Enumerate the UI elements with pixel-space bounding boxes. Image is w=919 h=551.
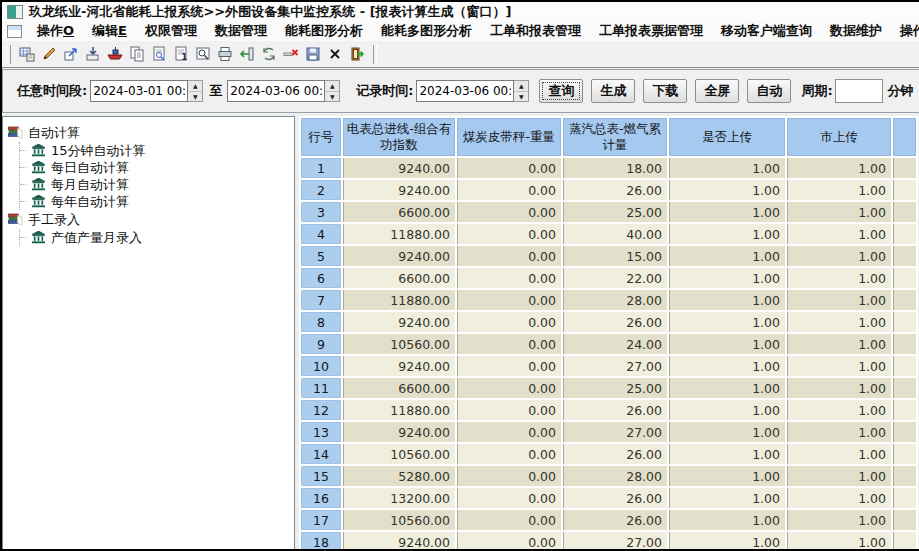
save-icon[interactable] bbox=[302, 43, 324, 65]
table-row[interactable]: 109240.000.0027.001.001.00 bbox=[301, 356, 916, 376]
value-cell[interactable]: 1.00 bbox=[669, 246, 785, 266]
tree-group-2[interactable]: 手工录入 bbox=[6, 210, 291, 229]
value-cell[interactable]: 1.00 bbox=[787, 378, 891, 398]
table-row[interactable]: 36600.000.0025.001.001.00 bbox=[301, 202, 916, 222]
value-cell[interactable]: 1.00 bbox=[787, 488, 891, 508]
row-number-cell[interactable]: 7 bbox=[301, 290, 341, 310]
value-cell[interactable]: 10560.00 bbox=[343, 334, 455, 354]
end-spinner[interactable]: ▲▼ bbox=[325, 80, 340, 102]
value-cell[interactable]: 9240.00 bbox=[343, 158, 455, 178]
zoom-document-icon[interactable] bbox=[192, 43, 214, 65]
menu-item-6[interactable]: 能耗多图形分析 bbox=[372, 21, 481, 41]
row-number-cell[interactable]: 13 bbox=[301, 422, 341, 442]
value-cell[interactable]: 26.00 bbox=[563, 180, 667, 200]
spin-up-icon[interactable]: ▲ bbox=[514, 81, 528, 92]
row-number-cell[interactable]: 3 bbox=[301, 202, 341, 222]
value-cell[interactable]: 1.00 bbox=[669, 466, 785, 486]
value-cell[interactable]: 1.00 bbox=[787, 246, 891, 266]
table-row[interactable]: 116600.000.0025.001.001.00 bbox=[301, 378, 916, 398]
value-cell[interactable]: 1.00 bbox=[787, 224, 891, 244]
value-cell[interactable]: 0.00 bbox=[457, 180, 561, 200]
back-icon[interactable] bbox=[236, 43, 258, 65]
value-cell[interactable]: 24.00 bbox=[563, 334, 667, 354]
value-cell[interactable]: 1.00 bbox=[669, 202, 785, 222]
value-cell[interactable]: 0.00 bbox=[457, 444, 561, 464]
tree-group-1[interactable]: 自动计算 bbox=[6, 123, 291, 142]
menu-item-5[interactable]: 能耗图形分析 bbox=[276, 21, 372, 41]
tree-item[interactable]: 每月自动计算 bbox=[20, 176, 291, 193]
value-cell[interactable]: 1.00 bbox=[669, 180, 785, 200]
value-cell[interactable]: 1.00 bbox=[669, 510, 785, 530]
value-cell[interactable]: 28.00 bbox=[563, 290, 667, 310]
table-row[interactable]: 1410560.000.0026.001.001.00 bbox=[301, 444, 916, 464]
value-cell[interactable]: 1.00 bbox=[787, 400, 891, 420]
table-row[interactable]: 1211880.000.0026.001.001.00 bbox=[301, 400, 916, 420]
table-row[interactable]: 155280.000.0028.001.001.00 bbox=[301, 466, 916, 486]
value-cell[interactable]: 6600.00 bbox=[343, 202, 455, 222]
value-cell[interactable]: 26.00 bbox=[563, 510, 667, 530]
row-number-cell[interactable]: 10 bbox=[301, 356, 341, 376]
row-number-cell[interactable]: 5 bbox=[301, 246, 341, 266]
start-spinner[interactable]: ▲▼ bbox=[188, 80, 203, 102]
table-row[interactable]: 19240.000.0018.001.001.00 bbox=[301, 158, 916, 178]
value-cell[interactable]: 0.00 bbox=[457, 422, 561, 442]
value-cell[interactable]: 5280.00 bbox=[343, 466, 455, 486]
menu-item-11[interactable]: 操作指导 bbox=[891, 21, 919, 41]
menu-item-9[interactable]: 移动客户端查询 bbox=[712, 21, 821, 41]
exit-door-icon[interactable] bbox=[346, 43, 368, 65]
record-datetime-input[interactable] bbox=[416, 80, 514, 102]
table-row[interactable]: 711880.000.0028.001.001.00 bbox=[301, 290, 916, 310]
menu-item-4[interactable]: 数据管理 bbox=[206, 21, 276, 41]
value-cell[interactable]: 1.00 bbox=[669, 334, 785, 354]
value-cell[interactable]: 10560.00 bbox=[343, 444, 455, 464]
value-cell[interactable]: 1.00 bbox=[669, 224, 785, 244]
value-cell[interactable]: 0.00 bbox=[457, 378, 561, 398]
column-header-4[interactable]: 蒸汽总表-燃气累计量 bbox=[563, 118, 667, 156]
value-cell[interactable]: 1.00 bbox=[787, 466, 891, 486]
value-cell[interactable]: 6600.00 bbox=[343, 268, 455, 288]
value-cell[interactable]: 0.00 bbox=[457, 202, 561, 222]
value-cell[interactable]: 9240.00 bbox=[343, 356, 455, 376]
value-cell[interactable]: 0.00 bbox=[457, 334, 561, 354]
tree-item[interactable]: 产值产量月录入 bbox=[20, 229, 291, 246]
value-cell[interactable]: 1.00 bbox=[669, 158, 785, 178]
value-cell[interactable]: 0.00 bbox=[457, 312, 561, 332]
value-cell[interactable]: 11880.00 bbox=[343, 290, 455, 310]
value-cell[interactable]: 15.00 bbox=[563, 246, 667, 266]
start-datetime-input[interactable] bbox=[90, 80, 188, 102]
value-cell[interactable]: 0.00 bbox=[457, 268, 561, 288]
table-row[interactable]: 89240.000.0026.001.001.00 bbox=[301, 312, 916, 332]
value-cell[interactable]: 18.00 bbox=[563, 158, 667, 178]
spin-up-icon[interactable]: ▲ bbox=[188, 81, 202, 92]
value-cell[interactable]: 9240.00 bbox=[343, 422, 455, 442]
toolbar-grip[interactable] bbox=[6, 45, 11, 64]
value-cell[interactable]: 9240.00 bbox=[343, 312, 455, 332]
value-cell[interactable]: 1.00 bbox=[669, 400, 785, 420]
print-icon[interactable] bbox=[214, 43, 236, 65]
table-row[interactable]: 1710560.000.0026.001.001.00 bbox=[301, 510, 916, 530]
child-window-icon[interactable] bbox=[7, 25, 22, 38]
value-cell[interactable]: 26.00 bbox=[563, 444, 667, 464]
value-cell[interactable]: 1.00 bbox=[669, 488, 785, 508]
value-cell[interactable]: 6600.00 bbox=[343, 378, 455, 398]
end-datetime-input[interactable] bbox=[227, 80, 325, 102]
column-header-3[interactable]: 煤炭皮带秤-重量 bbox=[457, 118, 561, 156]
value-cell[interactable]: 0.00 bbox=[457, 510, 561, 530]
table-row[interactable]: 29240.000.0026.001.001.00 bbox=[301, 180, 916, 200]
value-cell[interactable]: 1.00 bbox=[787, 510, 891, 530]
menu-item-2[interactable]: 编辑E bbox=[83, 21, 136, 41]
pen-icon[interactable] bbox=[38, 43, 60, 65]
value-cell[interactable]: 11880.00 bbox=[343, 224, 455, 244]
fullscreen-button[interactable]: 全屏 bbox=[695, 79, 739, 103]
value-cell[interactable]: 26.00 bbox=[563, 312, 667, 332]
value-cell[interactable]: 27.00 bbox=[563, 356, 667, 376]
query-button[interactable]: 查询 bbox=[539, 79, 583, 103]
value-cell[interactable]: 1.00 bbox=[787, 290, 891, 310]
value-cell[interactable]: 1.00 bbox=[787, 444, 891, 464]
spin-down-icon[interactable]: ▼ bbox=[325, 92, 339, 102]
value-cell[interactable]: 27.00 bbox=[563, 422, 667, 442]
row-number-cell[interactable]: 14 bbox=[301, 444, 341, 464]
generate-button[interactable]: 生成 bbox=[591, 79, 635, 103]
period-input[interactable] bbox=[835, 79, 883, 103]
spin-up-icon[interactable]: ▲ bbox=[325, 81, 339, 92]
